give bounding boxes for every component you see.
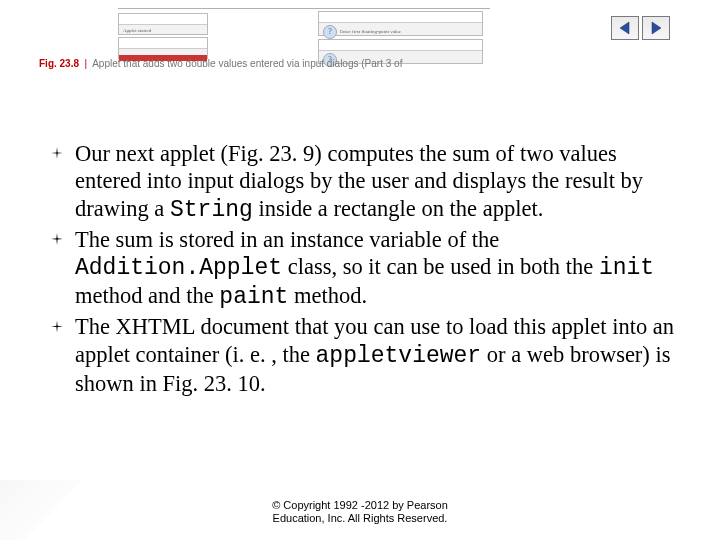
bullet-item: The sum is stored in an instance variabl… xyxy=(45,226,685,312)
body-text-run: inside a rectangle on the applet. xyxy=(253,196,544,221)
code-text: init xyxy=(599,255,654,281)
next-slide-button[interactable] xyxy=(642,16,670,40)
body-text-run: method. xyxy=(288,283,367,308)
figure-thumbnails: Applet started ?Enter first floating-poi… xyxy=(118,8,490,64)
caption-text: Applet that adds two double values enter… xyxy=(92,58,402,69)
triangle-right-icon xyxy=(649,21,663,35)
svg-marker-1 xyxy=(652,22,661,34)
triangle-left-icon xyxy=(618,21,632,35)
caption-number: 23.8 xyxy=(60,58,79,69)
decorative-corner xyxy=(0,480,80,540)
footer-line-2: Education, Inc. All Rights Reserved. xyxy=(273,512,448,524)
thumb-dialog-1: Applet started xyxy=(118,13,208,35)
bullet-item: The XHTML document that you can use to l… xyxy=(45,313,685,397)
body-text-run: The sum is stored in an instance variabl… xyxy=(75,227,499,252)
footer-line-1: © Copyright 1992 -2012 by Pearson xyxy=(272,499,448,511)
prev-slide-button[interactable] xyxy=(611,16,639,40)
body-text-run: class, so it can be used in both the xyxy=(282,254,599,279)
nav-controls xyxy=(611,16,670,40)
body-text-run: method and the xyxy=(75,283,219,308)
bullet-item: Our next applet (Fig. 23. 9) computes th… xyxy=(45,140,685,224)
thumb-dialog-2 xyxy=(118,37,208,59)
code-text: paint xyxy=(219,284,288,310)
code-text: String xyxy=(170,197,253,223)
thumb-dialog-3: ?Enter first floating-point value xyxy=(318,11,483,36)
svg-marker-0 xyxy=(620,22,629,34)
code-text: appletviewer xyxy=(316,343,482,369)
slide: Applet started ?Enter first floating-poi… xyxy=(0,0,720,540)
code-text: Addition.Applet xyxy=(75,255,282,281)
figure-caption-fragment: Fig. 23.8 | Applet that adds two double … xyxy=(39,58,402,69)
body-text: Our next applet (Fig. 23. 9) computes th… xyxy=(45,140,685,399)
bullet-list: Our next applet (Fig. 23. 9) computes th… xyxy=(45,140,685,397)
copyright-footer: © Copyright 1992 -2012 by Pearson Educat… xyxy=(0,499,720,527)
